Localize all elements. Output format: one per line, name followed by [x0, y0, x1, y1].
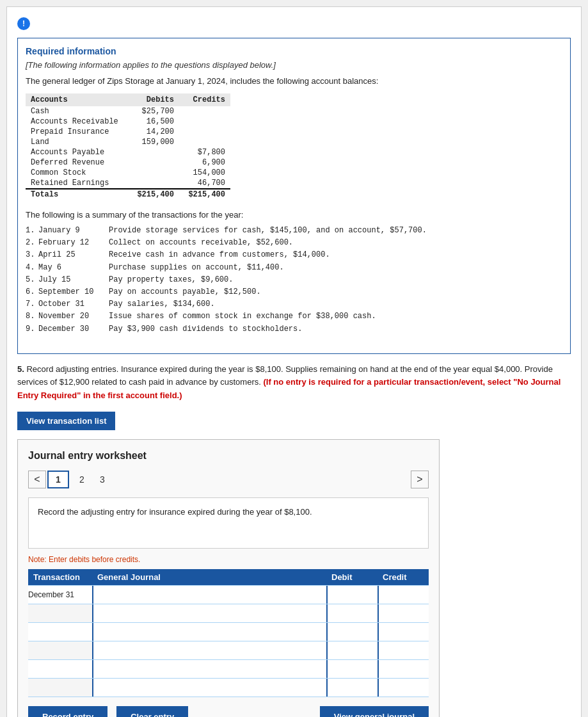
tx-num: 2.	[26, 237, 38, 249]
tx-num: 5.	[26, 274, 38, 286]
list-item: 8. November 20 Issue shares of common st…	[26, 310, 562, 323]
total-label: Totals	[26, 189, 128, 200]
journal-input-3[interactable]	[92, 641, 326, 659]
clear-entry-button[interactable]: Clear entry	[116, 706, 188, 717]
account-name: Accounts Payable	[26, 147, 128, 157]
page-1[interactable]: 1	[47, 471, 69, 488]
table-row: December 31	[28, 586, 429, 604]
total-credit: $215,400	[179, 189, 230, 200]
account-name: Land	[26, 137, 128, 147]
tx-date: January 9	[38, 225, 109, 237]
credit-input-3[interactable]	[377, 641, 429, 659]
debit-value	[128, 168, 179, 178]
debit-value: 16,500	[128, 117, 179, 127]
list-item: 5. July 15 Pay property taxes, $9,600.	[26, 274, 562, 286]
next-page-button[interactable]: >	[411, 471, 429, 488]
credit-value	[179, 127, 230, 137]
total-debit: $215,400	[128, 189, 179, 200]
info-icon: !	[17, 17, 30, 30]
bottom-buttons: Record entry Clear entry View general jo…	[28, 706, 429, 717]
account-name: Cash	[26, 106, 128, 117]
tx-desc: Pay property taxes, $9,600.	[109, 274, 233, 286]
tx-desc: Issue shares of common stock in exchange…	[109, 310, 376, 323]
tx-num: 3.	[26, 249, 38, 261]
tx-desc: Receive cash in advance from customers, …	[109, 249, 330, 261]
tx-desc: Pay salaries, $134,600.	[109, 298, 215, 310]
debit-input-4[interactable]	[326, 660, 377, 678]
required-info-section: Required information [The following info…	[17, 38, 571, 354]
debit-input-0[interactable]	[326, 586, 377, 604]
th-transaction: Transaction	[28, 569, 92, 586]
credit-input-4[interactable]	[377, 660, 429, 678]
credit-input-cell	[377, 660, 429, 679]
balance-header-accounts: Accounts	[26, 93, 128, 106]
credit-input-cell	[377, 641, 429, 660]
journal-input-cell	[92, 641, 326, 660]
question-5: 5. Record adjusting entries. Insurance e…	[17, 363, 571, 403]
credit-input-cell	[377, 623, 429, 641]
credit-input-2[interactable]	[377, 623, 429, 641]
credit-value: 46,700	[179, 178, 230, 189]
note-text: Note: Enter debits before credits.	[28, 555, 429, 564]
transaction-date	[28, 660, 92, 679]
account-name: Deferred Revenue	[26, 157, 128, 168]
intro-text: The general ledger of Zips Storage at Ja…	[26, 76, 562, 86]
tx-desc: Collect on accounts receivable, $52,600.	[109, 237, 293, 249]
tx-date: September 10	[38, 286, 109, 298]
tx-date: December 30	[38, 323, 109, 335]
debit-input-2[interactable]	[326, 623, 377, 641]
transaction-date	[28, 604, 92, 623]
table-row	[28, 623, 429, 641]
transactions-heading: The following is a summary of the transa…	[26, 210, 562, 220]
journal-input-cell	[92, 660, 326, 679]
tx-num: 9.	[26, 323, 38, 335]
account-name: Retained Earnings	[26, 178, 128, 189]
credit-input-1[interactable]	[377, 604, 429, 622]
list-item: 4. May 6 Purchase supplies on account, $…	[26, 262, 562, 274]
table-row	[28, 679, 429, 697]
total-row: Totals $215,400 $215,400	[26, 189, 230, 200]
credit-input-5[interactable]	[377, 679, 429, 697]
tx-num: 8.	[26, 310, 38, 323]
page-2[interactable]: 2	[73, 471, 91, 488]
list-item: 2. February 12 Collect on accounts recei…	[26, 237, 562, 249]
th-debit: Debit	[326, 569, 377, 586]
record-entry-button[interactable]: Record entry	[28, 706, 107, 717]
tx-date: July 15	[38, 274, 109, 286]
th-credit: Credit	[377, 569, 429, 586]
table-row: Accounts Payable $7,800	[26, 147, 230, 157]
account-name: Common Stock	[26, 168, 128, 178]
journal-input-2[interactable]	[92, 623, 326, 641]
transaction-date	[28, 679, 92, 697]
view-transaction-list-button[interactable]: View transaction list	[17, 412, 115, 430]
view-general-journal-button[interactable]: View general journal	[320, 706, 429, 717]
debit-input-5[interactable]	[326, 679, 377, 697]
debit-input-cell	[326, 641, 377, 660]
credit-value	[179, 117, 230, 127]
tx-date: May 6	[38, 262, 109, 274]
debit-input-3[interactable]	[326, 641, 377, 659]
credit-input-cell	[377, 586, 429, 604]
journal-input-0[interactable]	[92, 586, 326, 604]
question-number: 5.	[17, 364, 24, 374]
tx-num: 7.	[26, 298, 38, 310]
journal-input-5[interactable]	[92, 679, 326, 697]
description-box: Record the adjusting entry for insurance…	[28, 497, 429, 549]
italic-note: [The following information applies to th…	[26, 60, 562, 70]
prev-page-button[interactable]: <	[28, 471, 46, 488]
tx-date: November 20	[38, 310, 109, 323]
table-row: Accounts Receivable 16,500	[26, 117, 230, 127]
account-name: Accounts Receivable	[26, 117, 128, 127]
balance-header-debits: Debits	[128, 93, 179, 106]
debit-value	[128, 178, 179, 189]
list-item: 7. October 31 Pay salaries, $134,600.	[26, 298, 562, 310]
debit-input-1[interactable]	[326, 604, 377, 622]
page-3[interactable]: 3	[93, 471, 111, 488]
credit-input-0[interactable]	[377, 586, 429, 604]
journal-input-4[interactable]	[92, 660, 326, 678]
debit-input-cell	[326, 604, 377, 623]
journal-input-1[interactable]	[92, 604, 326, 622]
table-row: Retained Earnings 46,700	[26, 178, 230, 189]
tx-num: 1.	[26, 225, 38, 237]
list-item: 1. January 9 Provide storage services fo…	[26, 225, 562, 237]
